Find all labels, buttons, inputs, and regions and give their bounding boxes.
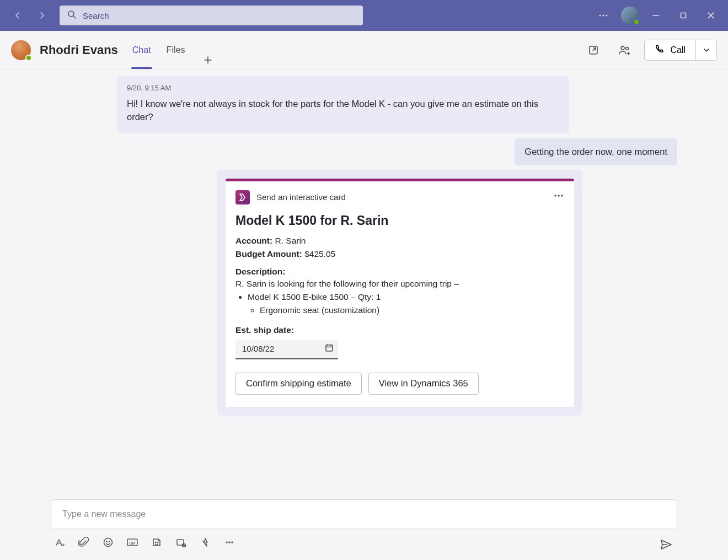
svg-point-35 xyxy=(226,542,227,543)
send-button[interactable] xyxy=(660,538,673,553)
add-tab-button[interactable] xyxy=(199,51,217,69)
window-maximize-button[interactable] xyxy=(671,0,696,31)
compose-box[interactable] xyxy=(51,499,677,529)
card-shipdate-label: Est. ship date: xyxy=(235,325,564,335)
svg-point-2 xyxy=(599,15,600,15)
search-icon xyxy=(67,10,76,21)
nav-back-button[interactable] xyxy=(7,4,29,26)
card-item-list: Model K 1500 E-bike 1500 – Qty: 1 Ergono… xyxy=(248,292,564,315)
svg-line-1 xyxy=(73,16,76,18)
chat-tabs: Chat Files xyxy=(131,31,217,69)
call-button[interactable]: Call xyxy=(644,40,696,61)
card-source-label: Send an interactive card xyxy=(256,192,346,202)
phone-icon xyxy=(655,44,665,56)
card-account-field: Account: R. Sarin xyxy=(235,236,564,246)
svg-point-36 xyxy=(229,542,230,543)
svg-point-3 xyxy=(603,15,603,15)
popout-chat-button[interactable] xyxy=(582,39,604,61)
chat-title: Rhodri Evans xyxy=(40,43,118,57)
svg-point-17 xyxy=(558,195,559,196)
titlebar-more-button[interactable] xyxy=(590,0,617,31)
card-budget-field: Budget Amount: $425.05 xyxy=(235,249,564,259)
search-box[interactable] xyxy=(60,6,363,25)
actions-button[interactable] xyxy=(196,534,214,551)
compose-area: GIF xyxy=(0,499,728,560)
tab-files[interactable]: Files xyxy=(165,31,186,69)
svg-point-30 xyxy=(157,542,158,542)
svg-text:GIF: GIF xyxy=(129,541,136,545)
tab-chat[interactable]: Chat xyxy=(131,31,152,69)
message-list[interactable]: 9/20, 9:15 AM Hi! I know we're not alway… xyxy=(0,69,728,499)
svg-point-37 xyxy=(232,542,233,543)
call-button-label: Call xyxy=(670,45,686,55)
shipdate-input-wrap[interactable] xyxy=(235,340,338,359)
chat-avatar[interactable] xyxy=(11,40,31,60)
svg-point-25 xyxy=(106,541,108,542)
incoming-message: 9/20, 9:15 AM Hi! I know we're not alway… xyxy=(117,76,569,133)
power-automate-icon xyxy=(235,190,250,204)
svg-rect-19 xyxy=(326,345,333,351)
svg-point-18 xyxy=(561,195,563,196)
compose-input[interactable] xyxy=(61,509,667,520)
list-item: Ergonomic seat (customization) xyxy=(260,305,564,315)
svg-rect-6 xyxy=(681,13,686,18)
more-compose-button[interactable] xyxy=(221,534,238,551)
adaptive-card-container: Send an interactive card Model K 1500 fo… xyxy=(217,170,582,416)
window-close-button[interactable] xyxy=(698,0,724,31)
calendar-icon[interactable] xyxy=(325,343,334,354)
svg-point-4 xyxy=(606,15,607,15)
window-minimize-button[interactable] xyxy=(643,0,668,31)
message-timestamp: 9/20, 9:15 AM xyxy=(127,83,559,94)
chat-header: Rhodri Evans Chat Files Call xyxy=(0,31,728,69)
svg-point-12 xyxy=(621,46,624,50)
svg-point-13 xyxy=(626,47,629,50)
list-item: Model K 1500 E-bike 1500 – Qty: 1 xyxy=(248,292,564,302)
message-text: Hi! I know we're not always in stock for… xyxy=(127,97,559,125)
search-input[interactable] xyxy=(82,10,355,21)
nav-forward-button[interactable] xyxy=(31,4,53,26)
svg-point-16 xyxy=(555,195,556,196)
card-description-label: Description: xyxy=(235,267,564,277)
message-text: Getting the order now, one moment xyxy=(524,145,667,159)
chat-body: 9/20, 9:15 AM Hi! I know we're not alway… xyxy=(0,69,728,499)
outgoing-message: Getting the order now, one moment xyxy=(515,138,677,165)
attach-button[interactable] xyxy=(75,534,93,551)
svg-point-24 xyxy=(104,539,113,547)
call-options-button[interactable] xyxy=(696,40,717,61)
add-people-button[interactable] xyxy=(613,39,635,61)
card-description-body: R. Sarin is looking for the following fo… xyxy=(235,279,564,289)
shipdate-input[interactable] xyxy=(235,340,338,358)
loop-button[interactable] xyxy=(172,534,190,551)
card-title: Model K 1500 for R. Sarin xyxy=(235,213,564,228)
emoji-button[interactable] xyxy=(99,534,117,551)
svg-point-26 xyxy=(109,541,110,542)
card-more-button[interactable] xyxy=(553,190,564,203)
view-dynamics-button[interactable]: View in Dynamics 365 xyxy=(368,373,479,395)
gif-button[interactable]: GIF xyxy=(124,534,141,551)
account-avatar[interactable] xyxy=(619,0,641,31)
svg-point-29 xyxy=(155,542,156,542)
titlebar xyxy=(0,0,728,31)
compose-toolbar: GIF xyxy=(51,534,677,551)
confirm-shipping-button[interactable]: Confirm shipping estimate xyxy=(235,373,362,395)
format-button[interactable] xyxy=(51,534,68,551)
adaptive-card: Send an interactive card Model K 1500 fo… xyxy=(226,179,574,407)
sticker-button[interactable] xyxy=(148,534,165,551)
